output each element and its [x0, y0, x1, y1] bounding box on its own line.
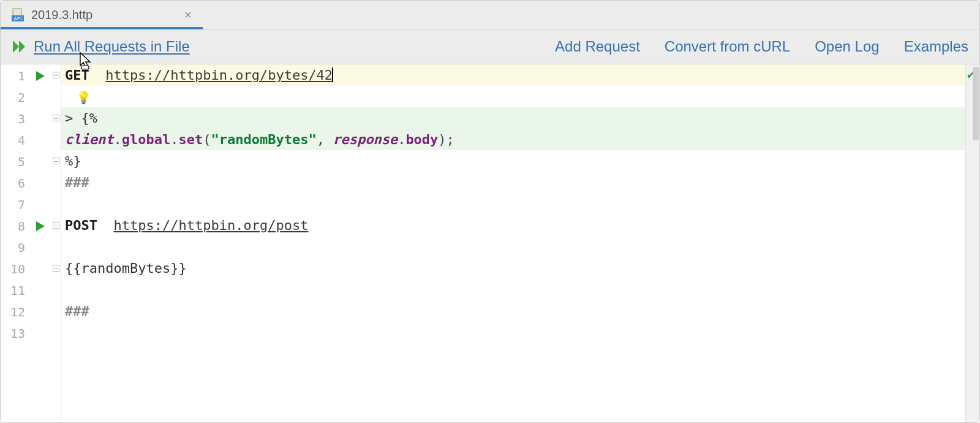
variable-ref: {{randomBytes}} [65, 261, 187, 276]
add-request-link[interactable]: Add Request [555, 38, 640, 55]
request-separator: ### [65, 175, 89, 190]
svg-marker-3 [13, 40, 19, 53]
http-url[interactable]: https://httpbin.org/bytes/42 [105, 67, 333, 83]
code-line[interactable]: POST https://httpbin.org/post [61, 215, 979, 236]
svg-rect-0 [13, 9, 21, 16]
code-line[interactable]: 💡 [61, 86, 979, 107]
intention-bulb-icon[interactable]: 💡 [76, 87, 91, 109]
text-caret [332, 67, 333, 82]
gutter-annotations: – – – – – [31, 64, 61, 423]
code-line[interactable]: {{randomBytes}} [61, 257, 979, 279]
code-line[interactable] [61, 279, 979, 300]
file-tab[interactable]: API 2019.3.http × [1, 1, 203, 29]
api-file-icon: API [12, 8, 25, 21]
run-all-icon[interactable] [12, 39, 29, 54]
request-separator: ### [65, 303, 89, 319]
scrollbar-thumb[interactable] [973, 67, 979, 140]
convert-curl-link[interactable]: Convert from cURL [665, 38, 790, 55]
code-line[interactable] [61, 322, 979, 343]
code-line[interactable] [61, 236, 979, 257]
svg-marker-5 [36, 71, 45, 81]
script-open: > {% [65, 110, 97, 126]
inspection-strip: ✔ [965, 64, 979, 423]
code-line[interactable]: > {% [61, 107, 979, 129]
code-line[interactable]: ### [61, 172, 979, 193]
svg-text:API: API [14, 16, 22, 21]
toolbar-links: Add Request Convert from cURL Open Log E… [555, 38, 968, 55]
http-method: GET [65, 67, 89, 83]
run-request-icon[interactable] [36, 219, 45, 234]
http-method: POST [65, 218, 97, 233]
code-editor[interactable]: 1234 5678 9101112 13 – – – – – GET https… [1, 64, 979, 423]
close-tab-icon[interactable]: × [184, 9, 192, 21]
fold-icon[interactable]: – [53, 115, 59, 121]
svg-marker-6 [36, 221, 45, 231]
http-toolbar: Run All Requests in File Add Request Con… [1, 29, 979, 64]
fold-icon[interactable]: – [53, 265, 59, 272]
tab-bar: API 2019.3.http × [1, 1, 979, 29]
code-area[interactable]: GET https://httpbin.org/bytes/42 💡 > {% … [61, 64, 979, 423]
examples-link[interactable]: Examples [904, 38, 968, 55]
line-number-gutter: 1234 5678 9101112 13 [1, 64, 31, 423]
file-tab-label: 2019.3.http [31, 8, 92, 22]
fold-icon[interactable]: – [53, 158, 59, 164]
ide-editor-frame: API 2019.3.http × Run All Requests in Fi… [0, 0, 980, 423]
script-close: %} [65, 153, 81, 169]
code-line[interactable]: GET https://httpbin.org/bytes/42 [61, 64, 979, 86]
open-log-link[interactable]: Open Log [815, 38, 879, 55]
run-request-icon[interactable] [36, 69, 45, 84]
run-all-link[interactable]: Run All Requests in File [34, 38, 190, 55]
http-url[interactable]: https://httpbin.org/post [113, 218, 308, 233]
code-line[interactable] [61, 193, 979, 215]
svg-marker-4 [19, 40, 25, 53]
fold-icon[interactable]: – [53, 72, 59, 78]
code-line[interactable]: client.global.set("randomBytes", respons… [61, 129, 979, 150]
fold-icon[interactable]: – [53, 222, 59, 229]
code-line[interactable]: ### [61, 300, 979, 322]
code-line[interactable]: %} [61, 150, 979, 172]
